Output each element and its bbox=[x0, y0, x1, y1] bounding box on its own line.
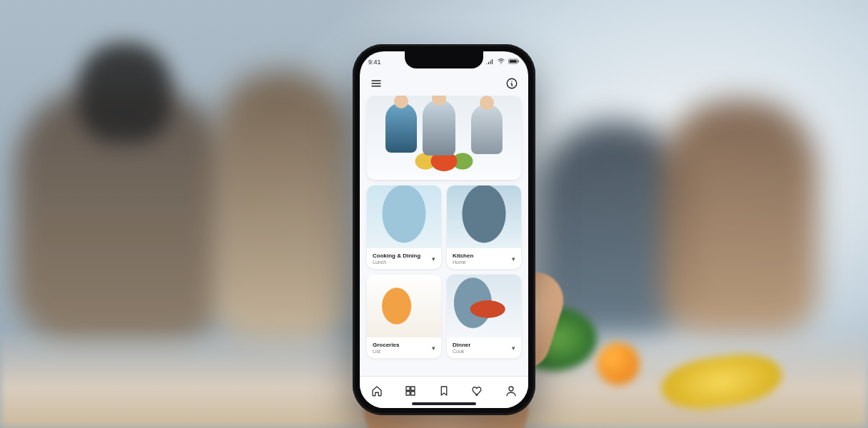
card-subtitle: List bbox=[373, 349, 399, 354]
svg-rect-3 bbox=[518, 61, 519, 62]
hero-card[interactable] bbox=[367, 96, 521, 180]
feed-content[interactable]: Cooking & Dining Lunch ▾ Kitchen Home bbox=[360, 96, 528, 377]
card-title: Kitchen bbox=[453, 253, 473, 259]
feed-card[interactable]: Dinner Cook ▾ bbox=[447, 275, 521, 358]
tab-saved[interactable] bbox=[438, 384, 450, 400]
chevron-down-icon[interactable]: ▾ bbox=[512, 255, 515, 263]
home-indicator[interactable] bbox=[412, 402, 476, 405]
card-thumbnail bbox=[367, 275, 441, 337]
info-icon bbox=[505, 77, 518, 90]
chevron-down-icon[interactable]: ▾ bbox=[432, 255, 435, 263]
grid-icon bbox=[404, 384, 417, 397]
background-person-1-head bbox=[79, 43, 171, 143]
card-subtitle: Cook bbox=[453, 349, 470, 354]
wifi-icon bbox=[497, 57, 505, 67]
heart-icon bbox=[471, 384, 484, 397]
chevron-down-icon[interactable]: ▾ bbox=[432, 345, 435, 352]
menu-button[interactable] bbox=[368, 76, 384, 91]
tab-favorites[interactable] bbox=[471, 384, 484, 400]
chevron-down-icon[interactable]: ▾ bbox=[512, 345, 515, 352]
feed-card[interactable]: Cooking & Dining Lunch ▾ bbox=[367, 185, 441, 269]
svg-point-0 bbox=[501, 63, 502, 64]
feed-card[interactable]: Groceries List ▾ bbox=[367, 275, 441, 358]
bookmark-icon bbox=[438, 384, 450, 397]
svg-rect-7 bbox=[406, 392, 410, 395]
phone-screen[interactable]: 9:41 bbox=[360, 51, 528, 408]
info-button[interactable] bbox=[504, 76, 520, 91]
smartphone: 9:41 bbox=[353, 44, 535, 415]
feed-card[interactable]: Kitchen Home ▾ bbox=[447, 185, 521, 269]
card-subtitle: Lunch bbox=[373, 260, 420, 265]
user-icon bbox=[505, 384, 518, 397]
background-person-2 bbox=[214, 71, 350, 342]
svg-rect-2 bbox=[510, 60, 517, 63]
card-title: Groceries bbox=[373, 342, 399, 348]
card-title: Dinner bbox=[453, 342, 470, 348]
svg-rect-6 bbox=[411, 387, 415, 390]
card-grid: Cooking & Dining Lunch ▾ Kitchen Home bbox=[367, 185, 521, 358]
svg-rect-5 bbox=[406, 387, 410, 390]
card-thumbnail bbox=[367, 185, 441, 248]
orange-fruit bbox=[597, 342, 640, 385]
signal-icon bbox=[485, 57, 494, 67]
svg-point-9 bbox=[509, 387, 513, 391]
tab-home[interactable] bbox=[370, 384, 383, 400]
hamburger-icon bbox=[370, 77, 383, 90]
svg-rect-8 bbox=[411, 392, 415, 395]
card-title: Cooking & Dining bbox=[373, 253, 420, 259]
photo-scene: 9:41 bbox=[0, 0, 868, 428]
home-icon bbox=[370, 384, 383, 397]
app-bar bbox=[360, 71, 528, 96]
card-thumbnail bbox=[447, 275, 521, 337]
card-subtitle: Home bbox=[453, 260, 473, 265]
tab-profile[interactable] bbox=[505, 384, 518, 400]
phone-notch bbox=[405, 51, 483, 68]
background-person-4 bbox=[661, 100, 818, 335]
battery-icon bbox=[508, 58, 520, 66]
status-time: 9:41 bbox=[368, 58, 381, 66]
card-thumbnail bbox=[447, 185, 521, 248]
tab-explore[interactable] bbox=[404, 384, 417, 400]
